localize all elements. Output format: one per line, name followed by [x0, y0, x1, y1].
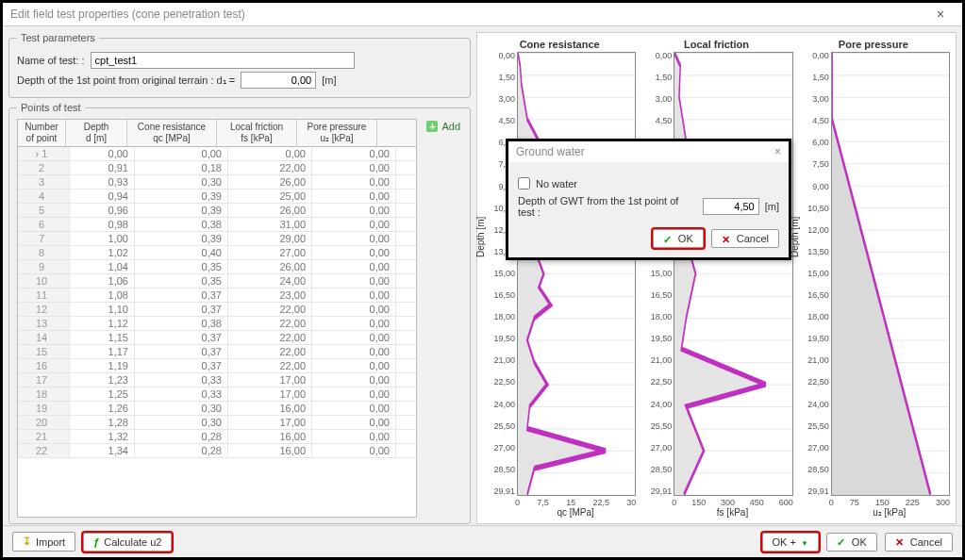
import-icon: [23, 535, 31, 548]
plus-icon: +: [426, 121, 438, 132]
ok-button[interactable]: OK: [653, 229, 704, 248]
chart-title: Local friction: [640, 39, 792, 50]
th-pore: Pore pressureu₂ [kPa]: [297, 120, 377, 146]
fieldset-test-params: Test parameters Name of test: : Depth of…: [8, 32, 471, 98]
modal-title: Ground water: [516, 145, 585, 158]
import-button[interactable]: Import: [12, 532, 75, 552]
points-table: Numberof point Depthd [m] Cone resistanc…: [17, 119, 417, 518]
table-row[interactable]: 81,020,4027,000,00: [18, 246, 416, 260]
table-row[interactable]: 161,190,3722,000,00: [18, 359, 416, 373]
label-test-name: Name of test: :: [17, 55, 85, 66]
label-gwt-depth: Depth of GWT from the 1st point of test …: [518, 195, 697, 218]
svg-marker-1: [674, 53, 766, 495]
x-axis-label: u₂ [kPa]: [829, 507, 950, 518]
check-icon: [663, 234, 674, 244]
chart-title: Cone resistance: [483, 39, 636, 50]
x-axis-label: qc [MPa]: [515, 507, 636, 518]
th-depth: Depthd [m]: [66, 120, 127, 146]
y-axis-ticks: 0,001,503,004,506,007,509,0010,5012,0013…: [483, 52, 517, 496]
table-row[interactable]: 121,100,3722,000,00: [18, 303, 416, 317]
window-title: Edit field test properties (cone penetra…: [10, 8, 245, 21]
table-row[interactable]: 131,120,3822,000,00: [18, 317, 416, 331]
close-icon[interactable]: ×: [774, 145, 781, 158]
x-icon: [722, 234, 732, 244]
table-row[interactable]: 101,060,3524,000,00: [18, 274, 416, 288]
plot-area: [674, 52, 792, 496]
close-icon[interactable]: ×: [926, 7, 955, 22]
add-label: Add: [441, 121, 460, 132]
plot-area: [517, 52, 636, 496]
table-row[interactable]: 191,260,3016,000,00: [18, 402, 416, 416]
table-row[interactable]: 201,280,3017,000,00: [18, 416, 416, 430]
y-axis-ticks: 0,001,503,004,506,007,509,0010,5012,0013…: [640, 52, 674, 496]
plot-area: [831, 52, 950, 496]
titlebar: Edit field test properties (cone penetra…: [3, 3, 962, 26]
table-header: Numberof point Depthd [m] Cone resistanc…: [18, 120, 416, 147]
charts-panel: Cone resistance Depth [m] 0,001,503,004,…: [476, 32, 957, 524]
chart-local-friction: Local friction Depth [m] 0,001,503,004,5…: [640, 39, 792, 518]
table-row[interactable]: 151,170,3722,000,00: [18, 345, 416, 359]
add-button[interactable]: + Add: [424, 119, 462, 134]
cancel-button[interactable]: Cancel: [711, 229, 779, 248]
ok-plus-button[interactable]: OK +: [762, 533, 819, 552]
dialog-edit-field-test: Edit field test properties (cone penetra…: [0, 0, 965, 560]
y-axis-label: Depth [m]: [475, 216, 486, 256]
x-axis-label: fs [kPa]: [672, 507, 792, 518]
table-row[interactable]: 71,000,3929,000,00: [18, 232, 416, 246]
chevron-down-icon: [801, 536, 808, 548]
table-row[interactable]: 91,040,3526,000,00: [18, 260, 416, 274]
input-depth-first-point[interactable]: [241, 72, 316, 89]
table-row[interactable]: 171,230,3317,000,00: [18, 373, 416, 387]
unit-gwt: [m]: [765, 201, 779, 212]
x-axis-ticks: 075150225300: [829, 498, 950, 507]
calculate-u2-button[interactable]: Calculate u2: [83, 533, 172, 552]
check-icon: [837, 536, 847, 547]
legend-points: Points of test: [17, 102, 85, 113]
checkbox-no-water[interactable]: [518, 177, 530, 189]
table-row[interactable]: 40,940,3925,000,00: [18, 189, 416, 204]
th-number: Numberof point: [18, 120, 66, 146]
x-axis-ticks: 0150300450600: [672, 498, 792, 507]
unit-depth: [m]: [322, 74, 336, 86]
dialog-ground-water: Ground water × No water Depth of GWT fro…: [506, 139, 791, 260]
table-row[interactable]: 211,320,2816,000,00: [18, 430, 416, 444]
chart-title: Pore pressure: [797, 39, 950, 50]
x-icon: [895, 536, 906, 547]
th-friction: Local frictionfs [kPa]: [217, 120, 297, 146]
legend-test-params: Test parameters: [17, 32, 99, 43]
x-axis-ticks: 07,51522,530: [515, 498, 636, 507]
table-row[interactable]: 10,000,000,000,00: [18, 147, 416, 161]
table-row[interactable]: 181,250,3317,000,00: [18, 387, 416, 402]
label-no-water: No water: [536, 178, 577, 189]
table-row[interactable]: 141,150,3722,000,00: [18, 331, 416, 345]
table-row[interactable]: 111,080,3723,000,00: [18, 288, 416, 303]
input-test-name[interactable]: [91, 52, 355, 69]
chart-pore-pressure: Pore pressure Depth [m] 0,001,503,004,50…: [797, 39, 950, 518]
input-gwt-depth[interactable]: [703, 198, 759, 215]
function-icon: [93, 536, 99, 548]
table-row[interactable]: 20,910,1822,000,00: [18, 161, 416, 175]
ok-button[interactable]: OK: [826, 533, 877, 552]
table-row[interactable]: 221,340,2816,000,00: [18, 444, 416, 458]
table-row[interactable]: 60,980,3831,000,00: [18, 218, 416, 232]
footer: Import Calculate u2 OK + OK Cancel: [3, 525, 962, 557]
table-row[interactable]: 30,930,3026,000,00: [18, 175, 416, 189]
table-body[interactable]: 10,000,000,000,0020,910,1822,000,0030,93…: [18, 147, 416, 517]
cancel-button[interactable]: Cancel: [885, 533, 953, 552]
y-axis-ticks: 0,001,503,004,506,007,509,0010,5012,0013…: [797, 52, 831, 496]
svg-marker-2: [832, 53, 930, 495]
th-cone: Cone resistanceqc [MPa]: [127, 120, 217, 146]
fieldset-points: Points of test Numberof point Depthd [m]…: [8, 102, 471, 524]
label-depth-first-point: Depth of the 1st point from original ter…: [17, 74, 235, 87]
chart-cone-resistance: Cone resistance Depth [m] 0,001,503,004,…: [483, 39, 636, 518]
table-row[interactable]: 50,960,3926,000,00: [18, 204, 416, 218]
